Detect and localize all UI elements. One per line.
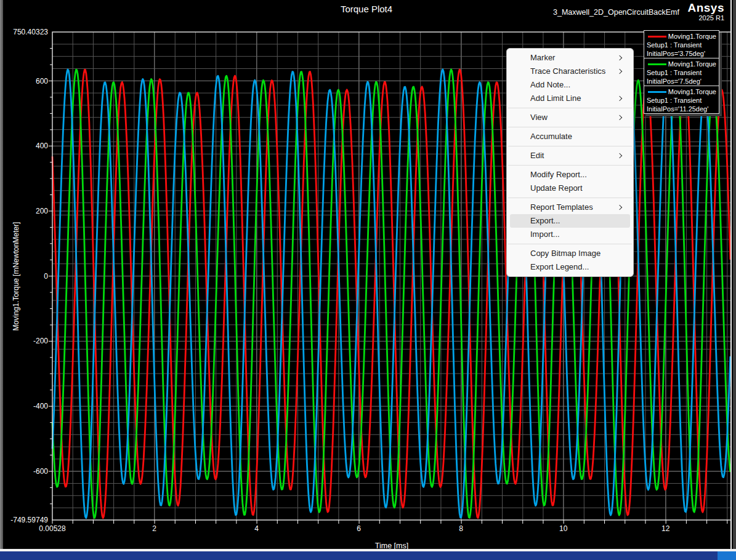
legend-variation: InitialPos='7.5deg' [647,77,716,86]
menu-separator [508,244,632,244]
x-tick-label: 2 [129,524,180,533]
menu-item-label: Add Note... [530,80,570,89]
menu-item-label: Modify Report... [530,170,587,179]
menu-item-label: Import... [530,230,560,239]
menu-item-view[interactable]: View [510,111,630,124]
legend-trace-name: Moving1.Torque [666,33,716,40]
chevron-right-icon [617,205,622,210]
horizontal-scrollbar-thumb[interactable] [718,551,736,560]
legend-line-sample-icon [648,91,666,93]
window-border-right [733,0,736,550]
x-tick-label: 0.00528 [26,524,78,533]
x-tick-label: 10 [538,524,589,533]
y-tick-label: 600 [1,77,48,86]
legend-setup: Setup1 : Transient [647,96,716,105]
menu-separator [508,108,632,108]
chevron-right-icon [617,96,622,101]
menu-item-trace-characteristics[interactable]: Trace Characteristics [510,65,630,78]
y-tick-label: 750.40323 [1,28,48,36]
y-tick-label: 0 [1,272,48,281]
y-tick-label: 200 [1,207,48,215]
legend-setup: Setup1 : Transient [647,68,716,77]
x-tick-label: 6 [333,524,385,533]
legend-entry[interactable]: Moving1.TorqueSetup1 : TransientInitialP… [644,30,719,58]
menu-item-accumulate[interactable]: Accumulate [510,130,630,143]
menu-item-label: Copy Bitmap Image [530,249,601,258]
menu-separator [508,165,632,166]
y-tick-label: -600 [1,467,48,476]
ansys-brand-name: Ansys [687,2,724,14]
chevron-right-icon [617,69,622,74]
chevron-right-icon [617,55,622,60]
menu-item-label: View [530,113,548,122]
y-tick-label: -400 [1,402,48,410]
menu-item-export-legend[interactable]: Export Legend... [510,260,630,274]
menu-item-label: Export... [530,216,560,225]
horizontal-scrollbar[interactable] [0,551,736,560]
menu-item-label: Edit [530,151,544,160]
menu-item-label: Trace Characteristics [530,66,605,76]
menu-item-add-limit-line[interactable]: Add Limit Line [510,92,630,105]
menu-separator [508,198,632,198]
plot-legend[interactable]: Moving1.TorqueSetup1 : TransientInitialP… [644,30,719,114]
menu-item-report-templates[interactable]: Report Templates [510,201,630,214]
menu-item-label: Export Legend... [530,262,589,271]
menu-separator [508,146,632,146]
chevron-right-icon [617,115,622,120]
y-tick-label: 400 [1,142,48,150]
legend-variation: InitialPos='11.25deg' [647,105,716,113]
window-border-left [0,0,3,550]
menu-item-update-report[interactable]: Update Report [510,182,630,195]
menu-item-label: Marker [530,53,555,62]
menu-item-label: Accumulate [530,132,572,141]
legend-line-sample-icon [648,63,666,65]
legend-setup: Setup1 : Transient [647,41,716,49]
menu-item-edit[interactable]: Edit [510,149,630,162]
x-tick-label: 12 [640,524,692,533]
legend-entry[interactable]: Moving1.TorqueSetup1 : TransientInitialP… [644,58,719,86]
menu-item-marker[interactable]: Marker [510,51,630,65]
y-tick-label: -200 [1,337,48,345]
menu-item-copy-bitmap-image[interactable]: Copy Bitmap Image [510,247,630,260]
menu-item-label: Report Templates [530,202,593,212]
project-name: 3_Maxwell_2D_OpenCircuitBackEmf [553,8,679,17]
menu-item-modify-report[interactable]: Modify Report... [510,168,630,182]
menu-item-add-note[interactable]: Add Note... [510,78,630,92]
chevron-right-icon [617,153,622,158]
context-menu: MarkerTrace CharacteristicsAdd Note...Ad… [506,48,634,277]
legend-line-sample-icon [648,36,666,38]
ansys-logo: Ansys 2025 R1 [687,2,724,22]
x-tick-label: 8 [435,524,487,533]
menu-separator [508,127,632,127]
plot-right-frame-line [730,0,732,550]
legend-trace-name: Moving1.Torque [666,88,716,95]
legend-trace-name: Moving1.Torque [666,60,716,68]
legend-entry[interactable]: Moving1.TorqueSetup1 : TransientInitialP… [644,86,719,114]
menu-item-import[interactable]: Import... [510,228,630,241]
x-tick-label: 4 [231,524,283,533]
menu-item-label: Add Limit Line [530,94,581,103]
ansys-brand-version: 2025 R1 [687,14,724,22]
menu-item-export[interactable]: Export... [510,214,630,228]
report-window: Torque Plot4 3_Maxwell_2D_OpenCircuitBac… [0,0,736,560]
legend-variation: InitialPos='3.75deg' [647,49,716,58]
y-tick-label: -749.59749 [1,516,48,524]
menu-item-label: Update Report [530,183,583,193]
